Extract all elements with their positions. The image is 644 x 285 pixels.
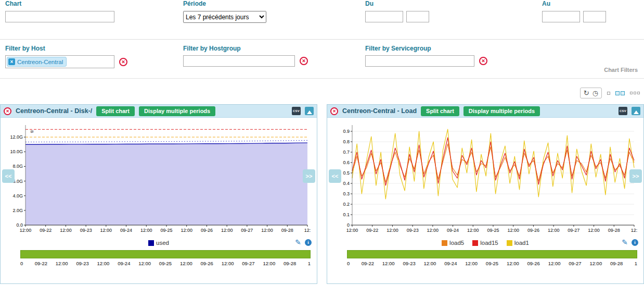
timeline-tick-label: 09-24 bbox=[444, 261, 457, 266]
au-date-input[interactable] bbox=[542, 11, 580, 22]
scroll-right-button[interactable]: >> bbox=[629, 169, 642, 183]
svg-text:12:00: 12:00 bbox=[221, 228, 233, 233]
timeline-selector-bar[interactable] bbox=[347, 250, 637, 258]
timeline-tick-label: 09-23 bbox=[76, 261, 88, 266]
svg-text:0.5: 0.5 bbox=[343, 170, 350, 176]
layout-two-per-row-button[interactable] bbox=[615, 91, 625, 95]
display-multiple-periods-button[interactable]: Display multiple periods bbox=[139, 106, 215, 116]
svg-text:0.7: 0.7 bbox=[343, 150, 350, 155]
split-chart-button[interactable]: Split chart bbox=[421, 106, 459, 116]
svg-text:12:00: 12:00 bbox=[100, 228, 112, 233]
periode-label: Période bbox=[183, 0, 266, 7]
hostgroup-filter-group: Filter by Hostgroup ✕ bbox=[183, 45, 308, 67]
timeline-tick-label: 12 bbox=[308, 261, 311, 266]
svg-text:09-24: 09-24 bbox=[120, 228, 132, 233]
du-label: Du bbox=[365, 0, 429, 7]
remove-chart-icon[interactable]: ✕ bbox=[330, 107, 338, 115]
edit-icon[interactable]: ✎ bbox=[622, 238, 628, 246]
host-filter-label: Filter by Host bbox=[5, 45, 127, 52]
svg-text:0.9: 0.9 bbox=[343, 129, 350, 134]
au-label: Au bbox=[542, 0, 606, 7]
layout-one-per-row-button[interactable] bbox=[607, 92, 610, 95]
du-filter-group: Du bbox=[365, 0, 429, 22]
au-filter-group: Au bbox=[542, 0, 606, 22]
scroll-left-button[interactable]: << bbox=[329, 169, 341, 183]
timeline-tick-label: 12:00 bbox=[263, 261, 275, 266]
export-csv-icon[interactable]: CSV bbox=[292, 107, 301, 115]
timeline-tick-label: 12 bbox=[635, 261, 637, 266]
timeline-tick-label: 00 bbox=[20, 261, 23, 266]
timeline-tick-label: 09-22 bbox=[35, 261, 47, 266]
du-date-input[interactable] bbox=[365, 11, 403, 22]
chart-panel-load: ✕ Centreon-Central - Load Split chart Di… bbox=[327, 104, 644, 284]
legend-item: load15 bbox=[472, 240, 498, 246]
legend-swatch bbox=[148, 240, 154, 246]
timeline-selector-bar[interactable] bbox=[20, 250, 311, 258]
auto-refresh-icon[interactable]: ◷ bbox=[593, 89, 598, 97]
svg-text:12:00: 12:00 bbox=[427, 228, 439, 233]
timeline-tick-label: 00 bbox=[347, 261, 350, 266]
svg-text:09-22: 09-22 bbox=[40, 228, 51, 233]
display-multiple-periods-button[interactable]: Display multiple periods bbox=[463, 106, 540, 116]
split-chart-button[interactable]: Split chart bbox=[96, 106, 135, 116]
svg-text:0.6: 0.6 bbox=[343, 160, 350, 165]
servicegroup-filter-input[interactable] bbox=[365, 55, 474, 67]
info-icon[interactable]: i bbox=[305, 239, 312, 246]
svg-text:12:: 12: bbox=[631, 228, 638, 233]
timeline-tick-label: 12:00 bbox=[180, 261, 192, 266]
timeline-ticks: 0009-2212:0009-2312:0009-2412:0009-2512:… bbox=[347, 261, 637, 267]
chart-filter-input[interactable] bbox=[5, 11, 114, 22]
clear-host-filter-icon[interactable]: ✕ bbox=[119, 58, 127, 66]
edit-icon[interactable]: ✎ bbox=[295, 238, 301, 246]
legend-label: load15 bbox=[480, 240, 498, 246]
chart-legend: load5load15load1 bbox=[327, 238, 643, 248]
svg-text:0.0: 0.0 bbox=[16, 222, 23, 228]
legend-row: load5load15load1 ✎ i bbox=[327, 238, 643, 248]
load-chart[interactable]: 00.10.20.30.40.50.60.70.80.912:0009-2212… bbox=[329, 122, 639, 233]
svg-text:12:00: 12:00 bbox=[181, 228, 192, 233]
info-icon[interactable]: i bbox=[632, 239, 638, 246]
svg-text:09-24: 09-24 bbox=[447, 228, 459, 233]
layout-three-per-row-button[interactable] bbox=[630, 92, 640, 94]
svg-text:0.4: 0.4 bbox=[343, 181, 350, 186]
legend-swatch bbox=[442, 240, 447, 246]
clear-servicegroup-filter-icon[interactable]: ✕ bbox=[479, 57, 487, 65]
scroll-left-button[interactable]: << bbox=[2, 169, 15, 183]
chart-filters-toggle[interactable]: Chart Filters bbox=[604, 67, 638, 73]
disk-usage-chart[interactable]: 0.02.0G4.0G6.0G8.0G10.0G12.0G12:0009-221… bbox=[3, 122, 313, 233]
chart-legend: used bbox=[1, 238, 317, 248]
svg-text:12:00: 12:00 bbox=[467, 228, 479, 233]
scroll-right-button[interactable]: >> bbox=[303, 169, 315, 183]
svg-text:09-25: 09-25 bbox=[160, 228, 172, 233]
svg-text:09-23: 09-23 bbox=[80, 228, 92, 233]
hostgroup-filter-input[interactable] bbox=[183, 55, 295, 67]
svg-text:12:00: 12:00 bbox=[588, 228, 600, 233]
chip-remove-icon[interactable]: × bbox=[8, 58, 15, 65]
chart-title: Centreon-Central - Disk-/ bbox=[16, 107, 92, 115]
du-time-input[interactable] bbox=[406, 11, 429, 22]
periode-select[interactable]: Les 7 précédents jours bbox=[183, 11, 266, 23]
timeline-tick-label: 09-23 bbox=[403, 261, 415, 266]
svg-text:09-27: 09-27 bbox=[568, 228, 579, 233]
svg-text:09-28: 09-28 bbox=[281, 228, 293, 233]
timeline-ticks: 0009-2212:0009-2312:0009-2412:0009-2512:… bbox=[20, 261, 311, 267]
legend-label: load5 bbox=[449, 240, 464, 246]
svg-text:2.0G: 2.0G bbox=[12, 208, 23, 213]
svg-text:12:00: 12:00 bbox=[548, 228, 560, 233]
remove-chart-icon[interactable]: ✕ bbox=[4, 107, 11, 115]
timeline-tick-label: 09-28 bbox=[284, 261, 296, 266]
divider bbox=[0, 78, 644, 79]
legend-swatch bbox=[507, 240, 512, 246]
svg-text:0: 0 bbox=[347, 222, 350, 228]
export-image-icon[interactable] bbox=[632, 107, 640, 115]
refresh-icon[interactable]: ↻ bbox=[584, 89, 589, 97]
export-image-icon[interactable] bbox=[305, 107, 314, 115]
chart-filter-label: Chart bbox=[5, 0, 114, 7]
export-csv-icon[interactable]: CSV bbox=[619, 107, 627, 115]
au-time-input[interactable] bbox=[583, 11, 606, 22]
clear-hostgroup-filter-icon[interactable]: ✕ bbox=[300, 57, 308, 65]
timeline-tick-label: 09-27 bbox=[569, 261, 581, 266]
chart-toolbar: ↻ ◷ bbox=[580, 88, 640, 98]
divider bbox=[0, 39, 644, 40]
host-filter-input[interactable]: × Centreon-Central bbox=[5, 55, 114, 68]
